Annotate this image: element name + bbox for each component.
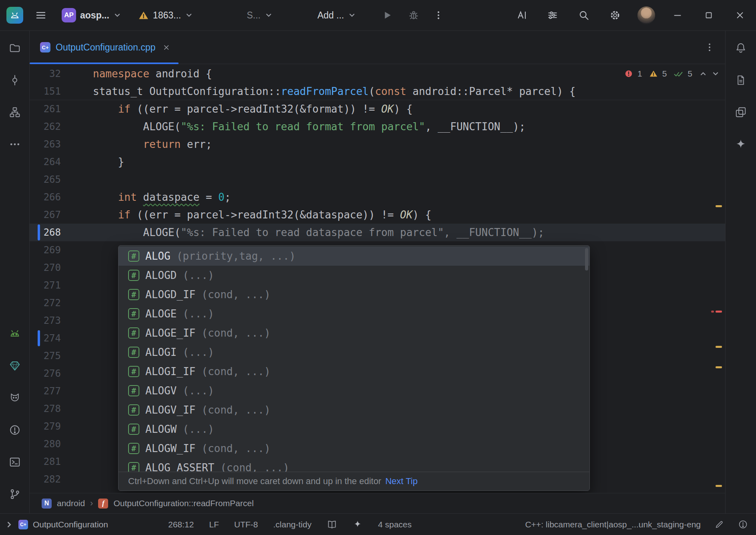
gemini-button[interactable] <box>732 135 750 153</box>
code-line[interactable]: 261 if ((err = parcel->readInt32(&format… <box>30 100 725 118</box>
chevron-right-icon[interactable] <box>5 520 14 529</box>
android-toolwindow-button[interactable] <box>6 325 24 343</box>
gutter[interactable]: 269 <box>30 241 93 259</box>
tab-options-button[interactable] <box>704 42 715 52</box>
gutter[interactable]: 263 <box>30 135 93 153</box>
line-ending-indicator[interactable]: LF <box>209 520 219 529</box>
breadcrumb-item-namespace[interactable]: android <box>57 499 85 508</box>
chevron-down-icon[interactable] <box>712 70 720 78</box>
search-everywhere-button[interactable] <box>575 6 593 24</box>
code-line[interactable]: 262 ALOGE("%s: Failed to read format fro… <box>30 118 725 135</box>
running-devices-button[interactable] <box>732 103 750 121</box>
gutter[interactable]: 275 <box>30 347 93 365</box>
terminal-toolwindow-button[interactable] <box>6 453 24 471</box>
rename-refactor-button[interactable] <box>513 6 530 24</box>
completion-item[interactable]: #ALOGE_IF(cond, ...) <box>119 323 589 343</box>
encoding-indicator[interactable]: UTF-8 <box>234 520 258 529</box>
gutter[interactable]: 265 <box>30 171 93 188</box>
stripe-error-mark[interactable] <box>711 311 714 313</box>
filter-settings-button[interactable] <box>544 6 561 24</box>
maximize-button[interactable] <box>700 6 718 24</box>
commit-toolwindow-button[interactable] <box>6 71 24 89</box>
user-avatar[interactable] <box>637 6 655 24</box>
next-tip-link[interactable]: Next Tip <box>385 476 418 487</box>
code-line[interactable]: 266 int dataspace = 0; <box>30 188 725 206</box>
device-selector[interactable]: S... <box>243 6 276 25</box>
gutter[interactable]: 261 <box>30 100 93 118</box>
alert-circle-icon[interactable] <box>738 519 748 529</box>
tab-close-icon[interactable] <box>162 43 171 52</box>
completion-item[interactable]: #ALOGW(...) <box>119 420 589 439</box>
completion-item[interactable]: #ALOGI_IF(cond, ...) <box>119 362 589 381</box>
inspections-widget[interactable]: 1 5 5 <box>624 69 720 79</box>
project-toolwindow-button[interactable] <box>6 39 24 57</box>
gutter[interactable]: 151 <box>30 83 93 100</box>
gutter[interactable]: 272 <box>30 294 93 312</box>
gutter[interactable]: 270 <box>30 259 93 277</box>
logcat-toolwindow-button[interactable] <box>6 389 24 407</box>
gutter[interactable]: 281 <box>30 453 93 470</box>
vcs-branch-widget[interactable]: 1863... <box>135 6 196 25</box>
gutter[interactable]: 271 <box>30 277 93 294</box>
code-editor[interactable]: 32namespace android {151status_t OutputC… <box>30 64 725 493</box>
gutter[interactable]: 264 <box>30 153 93 171</box>
code-line[interactable]: 268 ALOGE("%s: Failed to read dataspace … <box>30 224 725 241</box>
completion-item[interactable]: #ALOGV_IF(cond, ...) <box>119 400 589 420</box>
caret-position[interactable]: 268:12 <box>168 520 194 529</box>
stripe-error-mark[interactable] <box>716 311 722 313</box>
gutter[interactable]: 278 <box>30 400 93 418</box>
debug-button[interactable] <box>405 6 422 24</box>
completion-item[interactable]: #ALOG(priority,tag, ...) <box>119 246 589 266</box>
settings-button[interactable] <box>606 6 624 24</box>
completion-item[interactable]: #ALOGV(...) <box>119 381 589 400</box>
reader-mode-book-icon[interactable] <box>327 519 337 530</box>
code-line[interactable]: 32namespace android { <box>30 65 725 83</box>
ai-sparkle-icon[interactable] <box>352 519 363 530</box>
problems-toolwindow-button[interactable] <box>6 421 24 439</box>
code-line[interactable]: 151status_t OutputConfiguration::readFro… <box>30 83 725 100</box>
completion-item[interactable]: #ALOGI(...) <box>119 343 589 362</box>
gutter[interactable]: 32 <box>30 65 93 83</box>
gutter[interactable]: 274 <box>30 329 93 347</box>
gutter[interactable]: 262 <box>30 118 93 135</box>
main-menu-hamburger-icon[interactable] <box>32 6 50 24</box>
completion-item[interactable]: #ALOGD_IF(cond, ...) <box>119 285 589 304</box>
completion-item[interactable]: #ALOGW_IF(cond, ...) <box>119 439 589 458</box>
structure-toolwindow-button[interactable] <box>6 103 24 121</box>
stripe-warning-mark[interactable] <box>716 205 722 207</box>
completion-item[interactable]: #ALOGD(...) <box>119 266 589 285</box>
version-control-toolwindow-button[interactable] <box>6 485 24 503</box>
stripe-warning-mark[interactable] <box>716 346 722 348</box>
code-line[interactable]: 267 if ((err = parcel->readInt32(&datasp… <box>30 206 725 224</box>
gutter[interactable]: 282 <box>30 470 93 488</box>
chevron-up-icon[interactable] <box>699 70 707 78</box>
gutter[interactable]: 276 <box>30 365 93 382</box>
gutter[interactable]: 273 <box>30 312 93 329</box>
gutter[interactable]: 268 <box>30 224 93 241</box>
more-toolwindows-button[interactable] <box>6 135 24 153</box>
breadcrumb-item-function[interactable]: OutputConfiguration::readFromParcel <box>113 499 253 508</box>
pencil-icon[interactable] <box>714 519 724 529</box>
gutter[interactable]: 280 <box>30 435 93 453</box>
code-line[interactable]: 264 } <box>30 153 725 171</box>
gem-toolwindow-button[interactable] <box>6 357 24 375</box>
code-line[interactable]: 265 <box>30 171 725 188</box>
minimize-button[interactable] <box>669 6 686 24</box>
run-button[interactable] <box>378 6 396 24</box>
popup-scrollbar[interactable] <box>585 248 588 271</box>
gutter[interactable]: 266 <box>30 188 93 206</box>
gutter[interactable]: 277 <box>30 382 93 400</box>
clang-tidy-indicator[interactable]: .clang-tidy <box>273 520 312 529</box>
stripe-warning-mark[interactable] <box>716 366 722 368</box>
gutter[interactable]: 279 <box>30 418 93 435</box>
more-actions-button[interactable] <box>430 6 447 24</box>
device-manager-button[interactable] <box>732 71 750 89</box>
run-configuration-selector[interactable]: Add ... <box>314 6 359 25</box>
code-line[interactable]: 263 return err; <box>30 135 725 153</box>
project-widget[interactable]: AP aosp... <box>58 6 125 25</box>
tab-outputconfiguration-cpp[interactable]: C+ OutputConfiguration.cpp <box>30 31 179 64</box>
completion-item[interactable]: #ALOG_ASSERT(cond, ...) <box>119 458 589 472</box>
indent-indicator[interactable]: 4 spaces <box>378 520 412 529</box>
gutter[interactable]: 267 <box>30 206 93 224</box>
cpp-resolve-context[interactable]: C++: libcamera_client|aosp_...unk_stagin… <box>525 520 701 529</box>
